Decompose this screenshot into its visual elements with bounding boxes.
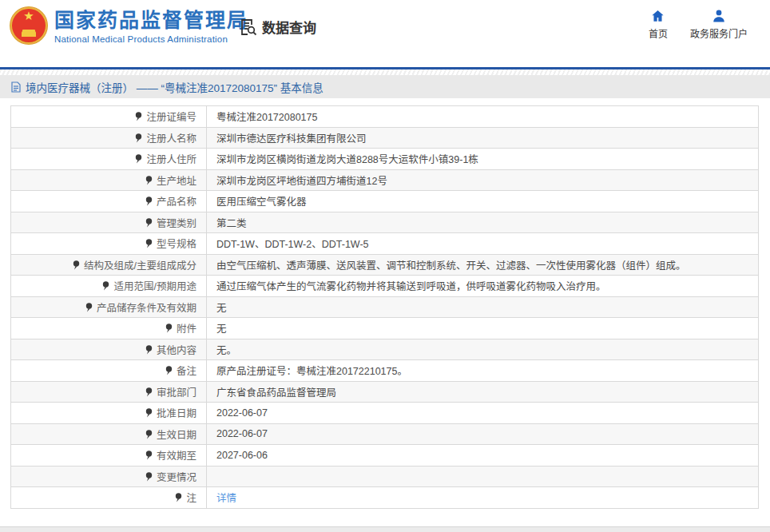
- footer-strip: [0, 526, 770, 532]
- top-nav: 首页 政务服务门户: [649, 9, 748, 40]
- row-value: 由空气压缩机、透声薄膜、送风装置、调节和控制系统、开关、过滤器、一次性使用雾化器…: [216, 260, 686, 272]
- info-table: 注册证编号 粤械注准20172080175 注册人名称 深圳市德达医疗科技集团有…: [10, 105, 759, 509]
- row-label: 变更情况: [157, 472, 196, 483]
- row-value: 2022-06-07: [216, 407, 268, 419]
- page-title: 境内医疗器械（注册） —— “粤械注准20172080175” 基本信息: [26, 79, 323, 95]
- row-label-cell: 产品名称: [11, 191, 207, 212]
- detail-link[interactable]: 详情: [216, 493, 236, 504]
- row-value: 广东省食品药品监督管理局: [216, 387, 336, 399]
- row-label-cell: 注册人名称: [11, 127, 207, 149]
- row-value-cell: 无: [207, 318, 759, 339]
- row-value-cell: 深圳市龙岗区坪地街道四方埔街道12号: [207, 169, 759, 191]
- table-row: 产品储存条件及有效期 无: [11, 296, 759, 318]
- row-label: 有效期至: [157, 451, 196, 462]
- row-label: 注册证编号: [146, 112, 196, 123]
- brand-subtitle: National Medical Products Administration: [54, 34, 248, 44]
- emblem-star-icon: ★: [10, 10, 47, 22]
- row-value: 深圳市龙岗区横岗街道龙岗大道8288号大运软件小镇39-1栋: [216, 154, 478, 165]
- row-value-cell: 深圳市龙岗区横岗街道龙岗大道8288号大运软件小镇39-1栋: [207, 149, 759, 170]
- row-label-cell: 管理类别: [11, 212, 207, 233]
- content-area: 注册证编号 粤械注准20172080175 注册人名称 深圳市德达医疗科技集团有…: [0, 98, 770, 509]
- document-search-icon: [239, 18, 258, 37]
- pin-icon: [135, 154, 142, 166]
- row-label: 其他内容: [157, 345, 196, 356]
- table-row: 生产地址 深圳市龙岗区坪地街道四方埔街道12号: [11, 169, 759, 191]
- pin-icon: [135, 133, 142, 145]
- row-value-cell: 原产品注册证号：粤械注准20172210175。: [207, 360, 759, 382]
- table-row: 生效日期 2022-06-07: [11, 423, 759, 445]
- row-value: 原产品注册证号：粤械注准20172210175。: [216, 366, 407, 377]
- site-header: ★ 国家药品监督管理局 National Medical Products Ad…: [0, 0, 770, 67]
- table-row: 管理类别 第二类: [11, 212, 759, 233]
- row-value: 第二类: [216, 218, 247, 229]
- row-value-cell: 详情: [207, 487, 759, 509]
- row-value-cell: 无。: [207, 339, 759, 360]
- row-label: 注册人住所: [146, 154, 196, 165]
- row-label: 注册人名称: [146, 133, 196, 145]
- table-row: 型号规格 DDT-1W、DDT-1W-2、DDT-1W-5: [11, 233, 759, 255]
- row-value: 无: [216, 324, 227, 335]
- table-row: 结构及组成/主要组成成分 由空气压缩机、透声薄膜、送风装置、调节和控制系统、开关…: [11, 254, 759, 276]
- pin-icon: [135, 112, 142, 124]
- info-table-body: 注册证编号 粤械注准20172080175 注册人名称 深圳市德达医疗科技集团有…: [11, 106, 759, 509]
- pin-icon: [145, 197, 153, 208]
- pin-icon: [73, 260, 80, 272]
- table-row: 附件 无: [11, 318, 759, 339]
- pin-icon: [145, 408, 153, 420]
- row-label-cell: 产品储存条件及有效期: [11, 296, 207, 318]
- row-label-cell: 注册人住所: [11, 149, 207, 170]
- emblem-gate-icon: [22, 31, 36, 37]
- nav-home[interactable]: 首页: [649, 9, 668, 40]
- row-value-cell: 广东省食品药品监督管理局: [207, 381, 759, 403]
- table-row: 注册证编号 粤械注准20172080175: [11, 106, 759, 128]
- nav-portal[interactable]: 政务服务门户: [690, 9, 748, 40]
- row-value: 2027-06-06: [216, 450, 268, 461]
- row-value-cell: 由空气压缩机、透声薄膜、送风装置、调节和控制系统、开关、过滤器、一次性使用雾化器…: [207, 254, 759, 276]
- table-row: 其他内容 无。: [11, 339, 759, 360]
- page-title-bar: 境内医疗器械（注册） —— “粤械注准20172080175” 基本信息: [0, 75, 770, 98]
- row-value-cell: 通过压缩气体产生的气流雾化药物并将其输送到呼吸道，供呼吸道雾化药物吸入治疗用。: [207, 276, 759, 297]
- row-label-cell: 有效期至: [11, 445, 207, 466]
- row-label: 备注: [177, 366, 196, 377]
- row-value: 深圳市龙岗区坪地街道四方埔街道12号: [216, 176, 387, 187]
- row-label-cell: 适用范围/预期用途: [11, 276, 207, 297]
- row-value: 2022-06-07: [216, 428, 268, 439]
- row-label-cell: 其他内容: [11, 339, 207, 360]
- row-label-cell: 附件: [11, 318, 207, 339]
- row-label-cell: 备注: [11, 360, 207, 382]
- nav-portal-label: 政务服务门户: [690, 26, 748, 40]
- pin-icon: [165, 366, 173, 378]
- pin-icon: [145, 239, 153, 251]
- row-value: 无: [216, 303, 227, 314]
- row-value-cell: DDT-1W、DDT-1W-2、DDT-1W-5: [207, 233, 759, 255]
- nav-home-label: 首页: [649, 26, 668, 40]
- table-row: 注册人住所 深圳市龙岗区横岗街道龙岗大道8288号大运软件小镇39-1栋: [11, 149, 759, 170]
- pin-icon: [145, 218, 153, 230]
- table-row: 审批部门 广东省食品药品监督管理局: [11, 381, 759, 403]
- table-row: 产品名称 医用压缩空气雾化器: [11, 191, 759, 212]
- pin-icon: [145, 451, 153, 463]
- row-label-cell: 生效日期: [11, 423, 207, 445]
- pin-icon: [85, 303, 93, 315]
- pin-icon: [145, 176, 153, 188]
- home-icon: [650, 9, 665, 23]
- row-value-cell: 2022-06-07: [207, 423, 759, 445]
- row-label: 注: [186, 493, 196, 504]
- row-value-cell: 无: [207, 296, 759, 318]
- row-value-cell: [207, 466, 759, 487]
- data-query-tab[interactable]: 数据查询: [239, 17, 316, 37]
- row-label-cell: 变更情况: [11, 466, 207, 487]
- row-value: 无。: [216, 345, 236, 356]
- table-row: 批准日期 2022-06-07: [11, 403, 759, 424]
- row-label: 生效日期: [157, 430, 196, 441]
- table-row: 备注 原产品注册证号：粤械注准20172210175。: [11, 360, 759, 382]
- row-value-cell: 第二类: [207, 212, 759, 233]
- row-label: 产品储存条件及有效期: [97, 303, 196, 314]
- data-query-label: 数据查询: [262, 17, 316, 37]
- pin-icon: [145, 472, 153, 484]
- row-label: 产品名称: [157, 197, 196, 208]
- table-row: 注 详情: [11, 487, 759, 509]
- table-row: 变更情况: [11, 466, 759, 487]
- brand-logo-link[interactable]: ★ 国家药品监督管理局 National Medical Products Ad…: [10, 7, 248, 44]
- pin-icon: [145, 430, 153, 442]
